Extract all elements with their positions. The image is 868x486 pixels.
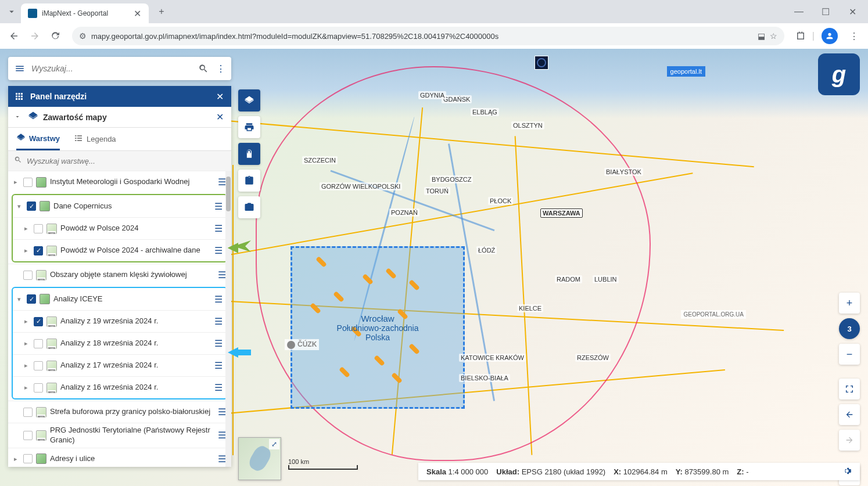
layer-menu-icon[interactable]: ☰ [213,360,224,371]
layer-label: Adresy i ulice [50,454,213,464]
nav-forward-button[interactable] [839,430,860,451]
layer-menu-icon[interactable]: ☰ [213,223,224,234]
layer-list[interactable]: ▸ Instytut Meteorologii i Gospodarki Wod… [8,171,231,467]
scrollbar-track[interactable] [225,171,231,467]
layer-checkbox[interactable] [23,431,33,440]
reload-button[interactable] [46,27,65,45]
install-app-icon[interactable]: ⬓ [758,31,765,41]
layer-flood2024-arch[interactable]: ▸ ✓ Powódź w Polsce 2024 - archiwalne da… [13,239,227,261]
fullscreen-button[interactable] [839,379,860,399]
camera-tool-button[interactable] [238,196,260,218]
layer-checkbox[interactable] [34,361,43,370]
new-tab-button[interactable]: + [153,3,170,20]
layers-tool-button[interactable] [238,89,260,111]
chevron-right-icon[interactable]: ▸ [22,318,30,325]
scrollbar-thumb[interactable] [226,177,231,211]
layer-search-input[interactable] [27,157,225,165]
chevron-down-icon[interactable]: ▾ [15,296,23,303]
layer-menu-icon[interactable]: ☰ [213,294,224,305]
chevron-right-icon[interactable]: ▸ [22,362,30,369]
tab-legend[interactable]: Legenda [74,128,116,150]
browser-tab[interactable]: iMapNext - Geoportal ✕ [21,3,149,23]
app-logo[interactable]: g [818,53,860,95]
search-icon [14,156,22,166]
layer-checkbox[interactable]: ✓ [27,201,36,211]
clipboard-tool-button[interactable] [238,170,260,192]
status-z: Z: - [737,467,748,476]
zoom-level-badge[interactable]: 3 [839,318,860,339]
layer-menu-icon[interactable]: ☰ [213,245,224,256]
search-input[interactable] [31,64,192,73]
chevron-right-icon[interactable]: ▸ [12,178,20,186]
back-button[interactable] [5,27,23,45]
chevron-down-icon[interactable]: ▾ [15,203,23,210]
print-tool-button[interactable] [238,116,260,138]
status-settings-icon[interactable] [842,466,852,477]
search-more-icon[interactable]: ⋮ [215,62,227,75]
layer-menu-icon[interactable]: ☰ [213,201,224,212]
nav-back-button[interactable] [839,404,860,425]
chevron-right-icon[interactable]: ▸ [22,384,30,391]
layer-checkbox[interactable] [34,383,43,393]
tab-list-dropdown[interactable] [2,2,21,21]
content-close-icon[interactable]: ✕ [214,111,225,123]
status-scale: Skala 1:4 000 000 [426,467,488,476]
city-torun: TORUŃ [424,187,450,195]
panel-close-icon[interactable]: ✕ [214,91,225,102]
layer-disaster-areas[interactable]: Obszary objęte stanem klęski żywiołowej … [8,264,231,286]
chevron-right-icon[interactable]: ▸ [12,455,20,463]
chevron-right-icon[interactable]: ▸ [22,225,30,232]
browser-menu-button[interactable]: ⋮ [845,27,863,45]
site-settings-icon[interactable]: ⚙ [79,31,87,41]
scale-line [288,465,358,470]
bookmark-icon[interactable]: ☆ [770,31,777,41]
extensions-button[interactable] [791,27,810,45]
layer-menu-icon[interactable]: ☰ [213,316,224,327]
layer-buffer[interactable]: Strefa buforowa przy granicy polsko-biał… [8,401,231,423]
forward-button[interactable] [26,27,44,45]
identify-tool-button[interactable] [238,143,260,165]
maximize-button[interactable]: ☐ [812,2,839,21]
layer-checkbox[interactable]: ✓ [27,294,36,304]
green-arrow-annotation [228,240,251,255]
layer-iceye-18[interactable]: ▸ Analizy z 18 września 2024 r. ☰ [13,332,227,354]
minimap[interactable]: ⤢ [238,437,281,480]
tab-close-icon[interactable]: ✕ [132,9,142,18]
layer-copernicus[interactable]: ▾ ✓ Dane Copernicus ☰ [13,195,227,217]
layer-checkbox[interactable] [34,224,43,233]
zoom-in-button[interactable]: + [839,293,860,314]
chevron-right-icon[interactable]: ▸ [22,247,30,254]
profile-button[interactable] [822,28,838,44]
menu-button[interactable] [13,62,27,75]
layer-label: Powódź w Polsce 2024 [60,224,209,233]
close-window-button[interactable]: ✕ [839,2,866,21]
scale-text: 100 km [288,458,358,465]
layer-checkbox[interactable] [23,271,33,280]
layer-menu-icon[interactable]: ☰ [213,382,224,393]
chevron-down-icon[interactable] [14,112,23,123]
layer-checkbox[interactable]: ✓ [34,317,43,326]
tab-layers[interactable]: Warstwy [16,128,60,150]
layer-menu-icon[interactable]: ☰ [213,338,224,349]
layer-flood2024[interactable]: ▸ Powódź w Polsce 2024 ☰ [13,217,227,239]
layer-checkbox[interactable] [23,408,33,417]
layer-iceye-19[interactable]: ▸ ✓ Analizy z 19 września 2024 r. ☰ [13,310,227,332]
layer-checkbox[interactable]: ✓ [34,246,43,255]
layer-checkbox[interactable] [34,339,43,348]
chevron-right-icon[interactable]: ▸ [22,340,30,347]
layer-iceye-17[interactable]: ▸ Analizy z 17 września 2024 r. ☰ [13,354,227,376]
layer-prg[interactable]: PRG Jednostki Terytorialne (Państwowy Re… [8,423,231,448]
zoom-out-button[interactable]: − [839,344,860,365]
layer-checkbox[interactable] [23,454,33,463]
wms-layer-icon [46,246,57,256]
layer-iceye-16[interactable]: ▸ Analizy z 16 września 2024 r. ☰ [13,376,227,398]
layer-iceye[interactable]: ▾ ✓ Analizy ICEYE ☰ [13,288,227,310]
layer-addresses[interactable]: ▸ Adresy i ulice ☰ [8,448,231,467]
minimap-expand-icon[interactable]: ⤢ [269,439,279,449]
layer-imgw[interactable]: ▸ Instytut Meteorologii i Gospodarki Wod… [8,171,231,193]
minimize-button[interactable]: — [785,2,812,21]
search-icon[interactable] [196,62,210,75]
url-input[interactable]: ⚙ mapy.geoportal.gov.pl/imapnext/imap/in… [72,27,784,45]
layer-checkbox[interactable] [23,178,33,187]
url-text: mapy.geoportal.gov.pl/imapnext/imap/inde… [91,32,753,41]
